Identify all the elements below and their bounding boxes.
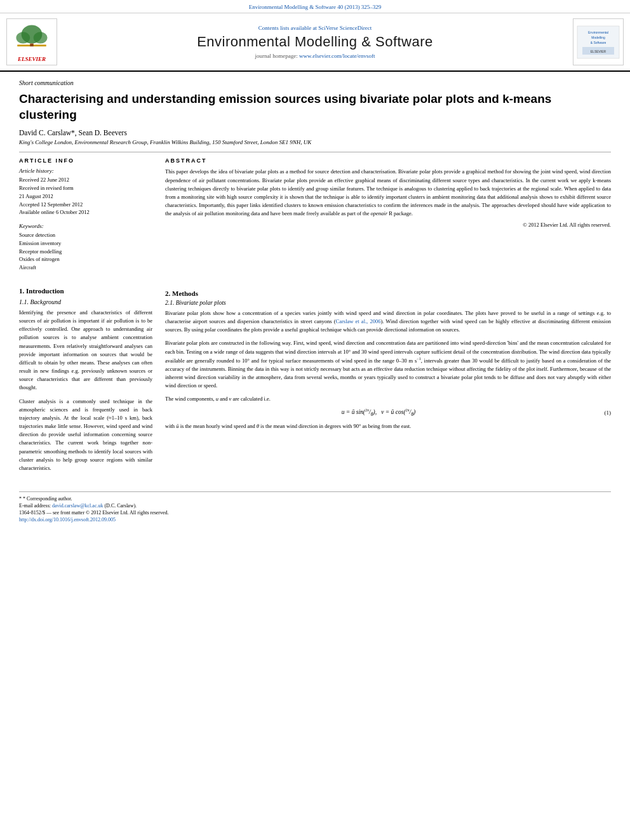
methods-col: 2. Methods 2.1. Bivariate polar plots Bi… <box>165 287 611 477</box>
article-info-abstract: ARTICLE INFO Article history: Received 2… <box>19 152 611 278</box>
doi-link[interactable]: http://dx.doi.org/10.1016/j.envsoft.2012… <box>19 517 611 523</box>
journal-header: ELSEVIER Contents lists available at Sci… <box>0 13 630 72</box>
methods-section-title: Methods <box>172 290 198 297</box>
intro-paragraph-1: Identifying the presence and characteris… <box>19 309 152 392</box>
methods-paragraph-2: Bivariate polar plots are constructed in… <box>165 339 611 390</box>
introduction-heading: 1. Introduction <box>19 287 152 295</box>
abstract-text: This paper develops the idea of bivariat… <box>165 168 611 218</box>
methods-section-number: 2. <box>165 290 170 297</box>
article-history-section: Article history: Received 22 June 2012 R… <box>19 168 152 217</box>
abstract-col: ABSTRACT This paper develops the idea of… <box>165 157 611 278</box>
introduction-col: 1. Introduction 1.1. Background Identify… <box>19 287 152 477</box>
keywords-section: Keywords: Source detection Emission inve… <box>19 223 152 272</box>
contents-label: Contents lists available at <box>258 25 318 31</box>
keywords-text: Source detection Emission inventory Rece… <box>19 231 152 272</box>
article-info-col: ARTICLE INFO Article history: Received 2… <box>19 157 152 278</box>
article-history-label: Article history: <box>19 168 152 174</box>
corresponding-label: * Corresponding author. <box>23 496 72 502</box>
svg-text:Modelling: Modelling <box>591 36 605 39</box>
intro-subsection-heading: 1.1. Background <box>19 298 152 305</box>
formula-explanation: with ū is the mean hourly wind speed and… <box>165 422 611 430</box>
journal-logo-right: Environmental Modelling & Software ELSEV… <box>573 18 624 65</box>
article-info-header: ARTICLE INFO <box>19 157 152 164</box>
intro-section-title: Introduction <box>26 287 64 295</box>
top-bar: Environmental Modelling & Software 40 (2… <box>0 0 630 13</box>
section-type-label: Short communication <box>19 79 611 86</box>
corresponding-author-note: * * Corresponding author. <box>19 496 611 502</box>
issn-text: 1364-8152/$ — see front matter © 2012 El… <box>19 510 169 516</box>
page-wrapper: Environmental Modelling & Software 40 (2… <box>0 0 630 840</box>
elsevier-tree-icon <box>13 22 51 53</box>
body-section: 1. Introduction 1.1. Background Identify… <box>19 287 611 477</box>
email-label: E-mail address: <box>19 503 52 509</box>
article-history-text: Received 22 June 2012 Received in revise… <box>19 176 152 217</box>
methods-paragraph-3: The wind components, u and v are calcula… <box>165 395 611 403</box>
methods-subsection-title: Bivariate polar plots <box>176 300 226 306</box>
intro-subsection-title: Background <box>30 298 62 305</box>
journal-homepage: journal homepage: www.elsevier.com/locat… <box>64 53 566 59</box>
formula-number: (1) <box>592 410 611 416</box>
elsevier-wordmark: ELSEVIER <box>18 56 46 62</box>
openair-text: openair <box>371 210 387 217</box>
methods-subsection-heading: 2.1. Bivariate polar plots <box>165 300 611 306</box>
email-suffix: (D.C. Carslaw). <box>103 503 137 509</box>
svg-text:ELSEVIER: ELSEVIER <box>591 50 607 53</box>
carslaw-citation[interactable]: Carslaw et al., 2006 <box>336 318 381 324</box>
intro-paragraph-2: Cluster analysis is a commonly used tech… <box>19 397 152 473</box>
paper-title: Characterising and understanding emissio… <box>19 91 611 123</box>
homepage-label: journal homepage: <box>255 53 299 59</box>
methods-subsection-number: 2.1. <box>165 300 174 306</box>
issn-notice: 1364-8152/$ — see front matter © 2012 El… <box>19 510 611 516</box>
main-content: Short communication Characterising and u… <box>0 72 630 485</box>
journal-citation: Environmental Modelling & Software 40 (2… <box>249 4 381 10</box>
svg-text:& Software: & Software <box>591 41 607 44</box>
journal-center: Contents lists available at SciVerse Sci… <box>64 18 566 65</box>
affiliation: King's College London, Environmental Res… <box>19 139 611 145</box>
intro-section-number: 1. <box>19 287 24 295</box>
sciverse-text: Contents lists available at SciVerse Sci… <box>64 25 566 31</box>
svg-point-3 <box>34 32 48 43</box>
methods-heading: 2. Methods <box>165 290 611 297</box>
journal-title: Environmental Modelling & Software <box>64 34 566 50</box>
email-note: E-mail address: david.carslaw@kcl.ac.uk … <box>19 503 611 509</box>
abstract-header: ABSTRACT <box>165 157 611 164</box>
svg-rect-4 <box>30 44 33 47</box>
page-footer: * * Corresponding author. E-mail address… <box>19 491 611 523</box>
copyright: © 2012 Elsevier Ltd. All rights reserved… <box>165 222 611 228</box>
formula: u = ū sin(2π/θ), v = ū cos(2π/θ) <box>165 408 592 417</box>
svg-point-2 <box>16 32 30 43</box>
formula-area: u = ū sin(2π/θ), v = ū cos(2π/θ) (1) <box>165 408 611 417</box>
intro-subsection-number: 1.1. <box>19 298 29 305</box>
elsevier-logo-left: ELSEVIER <box>6 18 57 65</box>
homepage-url[interactable]: www.elsevier.com/locate/envsoft <box>299 53 375 59</box>
keywords-label: Keywords: <box>19 223 152 229</box>
elsevier-right-logo-icon: Environmental Modelling & Software ELSEV… <box>576 25 620 60</box>
doi-url[interactable]: http://dx.doi.org/10.1016/j.envsoft.2012… <box>19 517 116 523</box>
sciverse-link[interactable]: SciVerse ScienceDirect <box>318 25 372 31</box>
email-address[interactable]: david.carslaw@kcl.ac.uk <box>52 503 103 509</box>
svg-text:Environmental: Environmental <box>588 30 608 34</box>
authors: David C. Carslaw*, Sean D. Beevers <box>19 129 611 137</box>
methods-paragraph-1: Bivariate polar plots show how a concent… <box>165 309 611 335</box>
